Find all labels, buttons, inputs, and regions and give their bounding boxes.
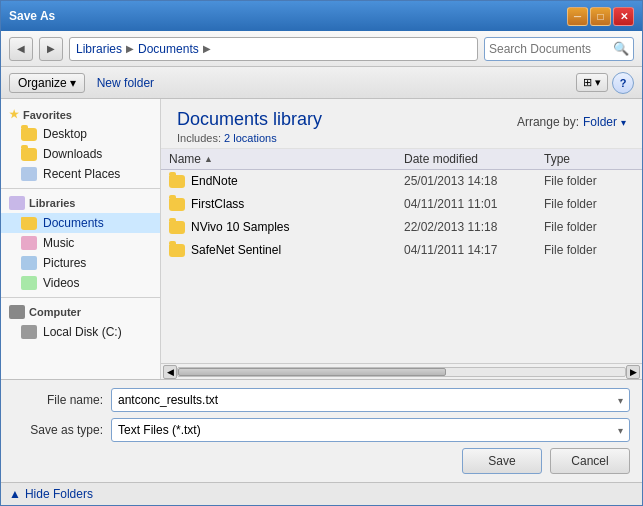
libraries-label: Libraries: [29, 197, 75, 209]
music-icon: [21, 236, 37, 250]
search-input[interactable]: [489, 42, 609, 56]
file-date-firstclass: 04/11/2011 11:01: [404, 197, 544, 211]
breadcrumb-libraries[interactable]: Libraries: [76, 42, 122, 56]
file-date-safenet: 04/11/2011 14:17: [404, 243, 544, 257]
sidebar-item-downloads[interactable]: Downloads: [1, 144, 160, 164]
search-box[interactable]: 🔍: [484, 37, 634, 61]
computer-icon: [9, 305, 25, 319]
divider-2: [1, 297, 160, 298]
file-list-header: Name ▲ Date modified Type: [161, 149, 642, 170]
toolbar2-left: Organize ▾ New folder: [9, 73, 158, 93]
sidebar-item-pictures[interactable]: Pictures: [1, 253, 160, 273]
file-name-safenet: SafeNet Sentinel: [169, 243, 404, 257]
title-bar-buttons: ─ □ ✕: [567, 7, 634, 26]
local-disk-label: Local Disk (C:): [43, 325, 122, 339]
folder-icon: [21, 148, 37, 161]
column-type[interactable]: Type: [544, 152, 634, 166]
locations-link[interactable]: 2 locations: [224, 132, 277, 144]
content-pane: Documents library Includes: 2 locations …: [161, 99, 642, 379]
scroll-track[interactable]: [177, 367, 626, 377]
file-type-firstclass: File folder: [544, 197, 634, 211]
filename-label: File name:: [13, 393, 103, 407]
filename-input-wrapper[interactable]: ▾: [111, 388, 630, 412]
arrange-by-label: Arrange by:: [517, 115, 579, 129]
breadcrumb-arrow-1: ▶: [126, 43, 134, 54]
scroll-left-button[interactable]: ◀: [163, 365, 177, 379]
save-as-dialog: Save As ─ □ ✕ ◀ ▶ Libraries ▶ Documents …: [0, 0, 643, 506]
column-date[interactable]: Date modified: [404, 152, 544, 166]
favorites-label: Favorites: [23, 109, 72, 121]
arrange-arrow[interactable]: ▾: [621, 117, 626, 128]
bottom-buttons: Save Cancel: [13, 448, 630, 474]
filename-dropdown-arrow[interactable]: ▾: [618, 395, 623, 406]
sidebar-item-documents[interactable]: Documents: [1, 213, 160, 233]
breadcrumb-documents[interactable]: Documents: [138, 42, 199, 56]
organize-toolbar: Organize ▾ New folder ⊞ ▾ ?: [1, 67, 642, 99]
scroll-right-button[interactable]: ▶: [626, 365, 640, 379]
sidebar-item-music[interactable]: Music: [1, 233, 160, 253]
star-icon: ★: [9, 108, 19, 121]
savetype-select[interactable]: Text Files (*.txt) ▾: [111, 418, 630, 442]
sidebar-item-local-disk[interactable]: Local Disk (C:): [1, 322, 160, 342]
libraries-header: Libraries: [1, 193, 160, 213]
breadcrumb-bar[interactable]: Libraries ▶ Documents ▶: [69, 37, 478, 61]
filename-input[interactable]: [118, 393, 618, 407]
view-button[interactable]: ⊞ ▾: [576, 73, 608, 92]
back-button[interactable]: ◀: [9, 37, 33, 61]
pictures-label: Pictures: [43, 256, 86, 270]
file-type-safenet: File folder: [544, 243, 634, 257]
toolbar2-right: ⊞ ▾ ?: [576, 72, 634, 94]
save-button[interactable]: Save: [462, 448, 542, 474]
table-row[interactable]: EndNote 25/01/2013 14:18 File folder: [161, 170, 642, 193]
sidebar-item-desktop[interactable]: Desktop: [1, 124, 160, 144]
maximize-button[interactable]: □: [590, 7, 611, 26]
help-button[interactable]: ?: [612, 72, 634, 94]
pictures-icon: [21, 256, 37, 270]
file-type-endnote: File folder: [544, 174, 634, 188]
favorites-header: ★ Favorites: [1, 105, 160, 124]
savetype-label: Save as type:: [13, 423, 103, 437]
search-icon: 🔍: [613, 41, 629, 56]
view-icon: ⊞: [583, 76, 592, 88]
horizontal-scrollbar[interactable]: ◀ ▶: [161, 363, 642, 379]
hide-folders-arrow: ▲: [9, 487, 21, 501]
recent-places-label: Recent Places: [43, 167, 120, 181]
new-folder-button[interactable]: New folder: [93, 74, 158, 92]
breadcrumb-arrow-2: ▶: [203, 43, 211, 54]
computer-label: Computer: [29, 306, 81, 318]
organize-label: Organize: [18, 76, 67, 90]
recent-icon: [21, 167, 37, 181]
hide-folders-button[interactable]: ▲ Hide Folders: [1, 482, 642, 505]
folder-icon: [169, 244, 185, 257]
table-row[interactable]: FirstClass 04/11/2011 11:01 File folder: [161, 193, 642, 216]
file-name-endnote: EndNote: [169, 174, 404, 188]
filename-row: File name: ▾: [13, 388, 630, 412]
sidebar-item-videos[interactable]: Videos: [1, 273, 160, 293]
scroll-thumb[interactable]: [178, 368, 446, 376]
file-name-nvivo: NVivo 10 Samples: [169, 220, 404, 234]
savetype-row: Save as type: Text Files (*.txt) ▾: [13, 418, 630, 442]
bottom-form: File name: ▾ Save as type: Text Files (*…: [1, 379, 642, 482]
table-row[interactable]: NVivo 10 Samples 22/02/2013 11:18 File f…: [161, 216, 642, 239]
videos-label: Videos: [43, 276, 79, 290]
sidebar-section-libraries: Libraries Documents Music Pictures Video…: [1, 193, 160, 293]
arrange-by-value[interactable]: Folder: [583, 115, 617, 129]
computer-header: Computer: [1, 302, 160, 322]
file-type-nvivo: File folder: [544, 220, 634, 234]
forward-button[interactable]: ▶: [39, 37, 63, 61]
cancel-button[interactable]: Cancel: [550, 448, 630, 474]
includes-label: Includes:: [177, 132, 221, 144]
libraries-icon: [9, 196, 25, 210]
file-list: Name ▲ Date modified Type EndNote 25/01/…: [161, 149, 642, 363]
close-button[interactable]: ✕: [613, 7, 634, 26]
minimize-button[interactable]: ─: [567, 7, 588, 26]
sidebar: ★ Favorites Desktop Downloads Recent Pla…: [1, 99, 161, 379]
folder-icon: [169, 198, 185, 211]
documents-label: Documents: [43, 216, 104, 230]
sort-arrow: ▲: [204, 154, 213, 164]
column-name[interactable]: Name ▲: [169, 152, 404, 166]
sidebar-item-recent-places[interactable]: Recent Places: [1, 164, 160, 184]
organize-button[interactable]: Organize ▾: [9, 73, 85, 93]
savetype-value: Text Files (*.txt): [118, 423, 201, 437]
table-row[interactable]: SafeNet Sentinel 04/11/2011 14:17 File f…: [161, 239, 642, 262]
